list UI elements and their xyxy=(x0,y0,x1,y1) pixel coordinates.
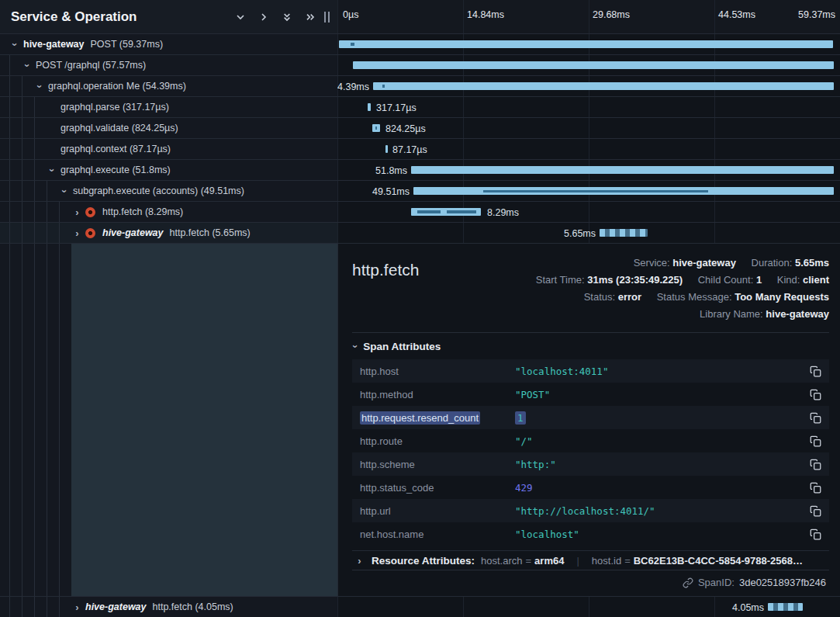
operation-label: http.fetch (5.65ms) xyxy=(170,227,251,238)
attribute-key: http.host xyxy=(360,366,515,377)
timeline-ruler: 0µs 14.84ms 29.68ms 44.53ms 59.37ms xyxy=(337,0,840,33)
link-icon xyxy=(683,577,693,588)
span-row[interactable]: › graphql.parse (317.17µs) xyxy=(0,97,337,117)
service-name: hive-gateway xyxy=(102,227,164,238)
collapse-caret-icon[interactable]: › xyxy=(47,165,57,176)
copy-icon[interactable] xyxy=(810,505,821,517)
section-title: Span Attributes xyxy=(363,341,441,352)
attribute-row: http.scheme "http:" xyxy=(352,452,829,476)
copy-icon[interactable] xyxy=(810,412,821,424)
expand-caret-icon[interactable]: › xyxy=(71,602,83,612)
span-band: › http.fetch (8.29ms) 8.29ms xyxy=(0,202,840,223)
bar-duration-label: 51.8ms xyxy=(375,165,407,176)
attribute-value: "http:" xyxy=(515,459,556,470)
span-row[interactable]: › graphql.operation Me (54.39ms) xyxy=(0,76,337,96)
attribute-key: http.route xyxy=(360,435,515,447)
top-bar: Service & Operation 0µs 14.84ms 29.68ms … xyxy=(0,0,840,34)
span-bar[interactable] xyxy=(768,603,803,611)
span-bar[interactable] xyxy=(339,40,833,48)
span-bar[interactable] xyxy=(368,103,371,111)
bar-duration-label: 49.51ms xyxy=(372,186,410,197)
collapse-caret-icon[interactable]: › xyxy=(35,81,45,92)
bar-duration-label: 317.17µs xyxy=(376,102,417,113)
span-row[interactable]: › POST /graphql (57.57ms) xyxy=(0,55,337,75)
ruler-tick: 59.37ms xyxy=(798,9,835,20)
timeline-cell: 87.17µs xyxy=(337,139,840,159)
chevron-right-icon[interactable] xyxy=(258,11,270,23)
attribute-value: "POST" xyxy=(515,389,550,400)
attribute-key: http.url xyxy=(360,505,515,517)
bar-duration-label: 54.39ms xyxy=(337,81,369,92)
timeline-cell: 51.8ms xyxy=(337,160,840,180)
span-bar[interactable] xyxy=(373,82,834,90)
bar-duration-label: 4.05ms xyxy=(732,602,764,613)
attribute-value: "http://localhost:4011/" xyxy=(515,505,655,517)
span-band: › hive-gateway http.fetch (4.05ms) 4.05m… xyxy=(0,596,840,617)
span-row[interactable]: › graphql.validate (824.25µs) xyxy=(0,118,337,138)
selected-span-highlight xyxy=(71,244,337,596)
panel-resize-handle[interactable] xyxy=(324,12,330,23)
ruler-tick: 44.53ms xyxy=(718,9,755,20)
span-id-value: 3de02518937fb246 xyxy=(739,577,826,588)
attribute-row: http.status_code 429 xyxy=(352,476,829,499)
attribute-row: http.url "http://localhost:4011/" xyxy=(352,499,829,522)
detail-title: http.fetch xyxy=(352,255,419,279)
timeline-cell: 5.65ms xyxy=(337,223,840,243)
copy-icon[interactable] xyxy=(810,482,821,494)
timeline-cell xyxy=(337,34,840,54)
span-bar[interactable] xyxy=(411,166,834,174)
double-chevron-right-icon[interactable] xyxy=(304,11,316,23)
span-bar[interactable] xyxy=(413,187,834,195)
collapse-caret-icon[interactable]: › xyxy=(10,39,20,50)
meta-line: Library Name: hive-gateway xyxy=(536,306,829,323)
ruler-tick: 14.84ms xyxy=(467,9,504,20)
attribute-key: http.request.resend_count xyxy=(360,412,515,424)
section-caret-icon: › xyxy=(351,345,361,348)
resource-attributes-row[interactable]: › Resource Attributes: host.arch=arm64 |… xyxy=(352,550,829,570)
span-row[interactable]: › subgraph.execute (accounts) (49.51ms) xyxy=(0,181,337,201)
operation-label: subgraph.execute (accounts) (49.51ms) xyxy=(73,185,244,196)
double-chevron-down-icon[interactable] xyxy=(281,11,293,23)
chevron-down-icon[interactable] xyxy=(234,11,247,23)
copy-icon[interactable] xyxy=(810,389,821,400)
meta-line: Service: hive-gateway Duration: 5.65ms xyxy=(536,255,829,272)
span-band: › hive-gateway http.fetch (5.65ms) 5.65m… xyxy=(0,223,840,244)
attribute-key: http.method xyxy=(360,389,515,400)
meta-line: Start Time: 31ms (23:35:49.225) Child Co… xyxy=(536,272,829,289)
timeline-cell: 317.17µs xyxy=(337,97,840,117)
timeline-cell: 49.51ms xyxy=(337,181,840,201)
detail-left-spacer xyxy=(0,244,337,596)
copy-icon[interactable] xyxy=(810,366,821,377)
span-row-selected[interactable]: › hive-gateway http.fetch (5.65ms) xyxy=(0,223,337,243)
span-bar[interactable] xyxy=(385,145,388,153)
span-row[interactable]: › http.fetch (8.29ms) xyxy=(0,202,337,222)
span-row[interactable]: › graphql.execute (51.8ms) xyxy=(0,160,337,180)
expand-caret-icon[interactable]: › xyxy=(71,207,83,217)
copy-icon[interactable] xyxy=(810,435,821,447)
span-row[interactable]: › hive-gateway http.fetch (4.05ms) xyxy=(0,597,337,617)
copy-icon[interactable] xyxy=(810,529,821,540)
span-bar[interactable] xyxy=(411,208,481,216)
expand-caret-icon[interactable]: › xyxy=(71,228,83,238)
operation-label: http.fetch (4.05ms) xyxy=(153,601,233,612)
span-bar[interactable] xyxy=(600,229,648,237)
collapse-caret-icon[interactable]: › xyxy=(22,60,33,71)
span-attributes-header[interactable]: › Span Attributes xyxy=(352,332,829,359)
operation-label: POST /graphql (57.57ms) xyxy=(36,60,146,71)
span-bar[interactable] xyxy=(353,61,834,69)
span-band: › graphql.parse (317.17µs) 317.17µs xyxy=(0,97,840,118)
bar-duration-label: 87.17µs xyxy=(392,144,427,155)
copy-icon[interactable] xyxy=(810,459,821,470)
span-bar[interactable] xyxy=(372,124,380,132)
operation-label: graphql.parse (317.17µs) xyxy=(60,102,169,113)
attribute-value: "/" xyxy=(515,435,533,447)
error-icon xyxy=(85,207,95,217)
span-detail-panel: http.fetch Service: hive-gateway Duratio… xyxy=(337,244,840,596)
collapse-caret-icon[interactable]: › xyxy=(60,185,70,197)
operation-label: POST (59.37ms) xyxy=(91,39,164,50)
trace-viewer: Service & Operation 0µs 14.84ms 29.68ms … xyxy=(0,0,840,617)
attribute-key: net.host.name xyxy=(360,529,515,540)
span-row[interactable]: › graphql.context (87.17µs) xyxy=(0,139,337,159)
span-row[interactable]: › hive-gateway POST (59.37ms) xyxy=(0,34,337,54)
attribute-row: http.route "/" xyxy=(352,429,829,452)
